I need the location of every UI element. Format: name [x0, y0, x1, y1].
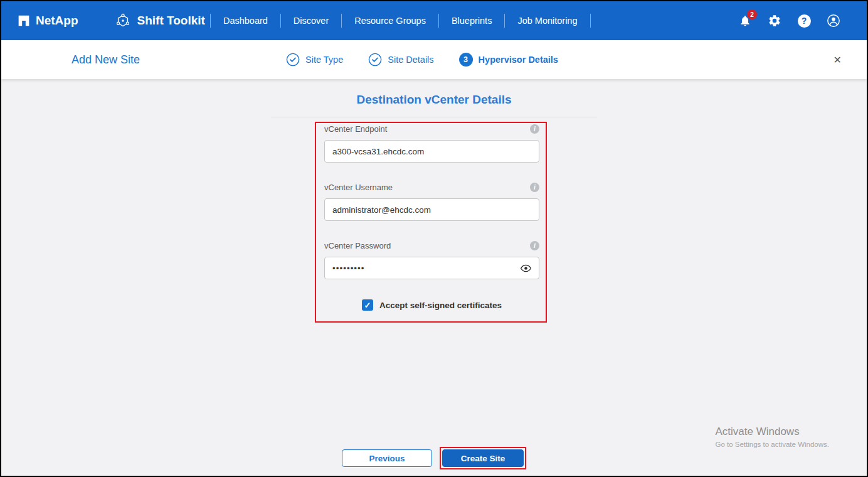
shift-toolkit-icon [115, 13, 131, 29]
step-site-type[interactable]: Site Type [286, 53, 343, 67]
vcenter-username-input[interactable] [324, 198, 539, 221]
nav-item-resource-groups[interactable]: Resource Groups [342, 16, 438, 26]
wizard-header: Add New Site Site Type Si [1, 40, 867, 79]
accept-certificates-label: Accept self-signed certificates [379, 301, 502, 310]
app-window: NetApp Shift Toolkit Dashboard Discover … [0, 0, 868, 477]
close-icon[interactable]: ✕ [834, 54, 842, 66]
info-icon[interactable]: i [530, 124, 539, 134]
vcenter-password-label: vCenter Password [324, 241, 391, 250]
vcenter-username-field-group: vCenter Username i [324, 183, 539, 221]
notification-count-badge: 2 [747, 9, 757, 19]
account-icon[interactable] [827, 14, 840, 28]
nav-item-dashboard[interactable]: Dashboard [211, 16, 280, 26]
step-number-badge: 3 [459, 53, 473, 67]
vcenter-password-field-group: vCenter Password i [324, 241, 539, 279]
vcenter-endpoint-label: vCenter Endpoint [324, 124, 387, 134]
page-title: Add New Site [71, 53, 140, 67]
form-title: Destination vCenter Details [1, 79, 867, 107]
nav-item-job-monitoring[interactable]: Job Monitoring [505, 16, 590, 26]
step-label: Site Details [388, 55, 433, 65]
vcenter-endpoint-input[interactable] [324, 140, 539, 163]
wizard-content: Destination vCenter Details vCenter Endp… [1, 79, 867, 477]
shift-toolkit-logo[interactable]: Shift Toolkit [115, 13, 205, 29]
step-label: Site Type [305, 55, 343, 65]
settings-gear-icon[interactable] [768, 14, 781, 28]
top-navigation-bar: NetApp Shift Toolkit Dashboard Discover … [1, 1, 867, 40]
create-site-button[interactable]: Create Site [442, 449, 524, 467]
step-hypervisor-details[interactable]: 3 Hypervisor Details [459, 53, 558, 67]
info-icon[interactable]: i [530, 183, 539, 192]
vcenter-password-input[interactable] [324, 257, 539, 279]
accept-certificates-checkbox[interactable] [362, 299, 373, 311]
vcenter-username-label: vCenter Username [324, 183, 393, 192]
show-password-eye-icon[interactable] [519, 262, 532, 274]
annotation-highlight-create: Create Site [440, 447, 526, 469]
info-icon[interactable]: i [530, 241, 539, 250]
previous-button[interactable]: Previous [342, 449, 432, 467]
step-complete-check-icon [368, 53, 382, 67]
wizard-footer: Previous Create Site [1, 447, 867, 469]
netapp-logo[interactable]: NetApp [18, 14, 78, 28]
title-divider [271, 117, 597, 117]
activate-windows-watermark: Activate Windows Go to Settings to activ… [715, 426, 829, 448]
top-icon-group: 2 ? [738, 14, 850, 28]
netapp-logo-icon [18, 14, 30, 27]
vcenter-endpoint-field-group: vCenter Endpoint i [324, 124, 539, 163]
nav-item-discover[interactable]: Discover [281, 16, 341, 26]
netapp-brand-text: NetApp [36, 14, 78, 28]
watermark-line1: Activate Windows [715, 426, 829, 438]
wizard-steps: Site Type Site Details 3 Hypervisor Deta… [286, 53, 558, 67]
main-nav: Dashboard Discover Resource Groups Bluep… [210, 14, 591, 28]
notifications-bell-icon[interactable]: 2 [738, 14, 752, 28]
app-title: Shift Toolkit [137, 14, 205, 28]
self-signed-cert-row: Accept self-signed certificates [324, 299, 539, 311]
step-site-details[interactable]: Site Details [368, 53, 433, 67]
step-complete-check-icon [286, 53, 300, 67]
vcenter-form: vCenter Endpoint i vCenter Username i [324, 124, 539, 311]
step-label: Hypervisor Details [479, 55, 558, 65]
help-icon[interactable]: ? [797, 14, 811, 28]
nav-item-blueprints[interactable]: Blueprints [439, 16, 504, 26]
nav-divider [590, 14, 591, 28]
watermark-line2: Go to Settings to activate Windows. [715, 441, 829, 448]
